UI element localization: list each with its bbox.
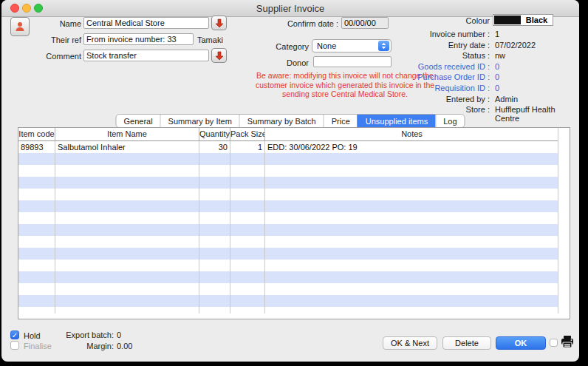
status-label: Status : [371,51,490,60]
ok-next-button[interactable]: OK & Next [383,336,437,350]
category-value: None [317,41,336,50]
table-row-empty [18,153,558,165]
name-lookup-button[interactable] [211,16,227,30]
comment-lookup-button[interactable] [211,48,227,63]
horizontal-scrollbar[interactable] [18,314,570,319]
tab-summary-by-item[interactable]: Summary by Item [160,115,239,127]
colour-picker[interactable]: Black [493,14,553,26]
donor-label: Donor [250,58,309,67]
purchase-order-id-value[interactable]: 0 [495,72,579,81]
col-item-name[interactable]: Item Name [55,128,199,140]
table-row[interactable]: 89893 Salbutamol Inhaler 30 1 EDD: 30/06… [18,141,558,153]
col-item-code[interactable]: Item code [18,128,55,140]
tab-bar: General Summary by Item Summary by Batch… [115,114,465,128]
invoice-number-value: 1 [495,30,579,38]
finalise-checkbox[interactable] [10,341,19,350]
tab-log[interactable]: Log [435,115,464,127]
col-pack-size[interactable]: Pack Size [230,128,265,140]
printer-icon[interactable] [560,334,575,349]
name-label: Name [31,19,81,28]
name-input[interactable] [83,17,209,29]
supplier-invoice-window: Supplier Invoice Name Their ref Tamaki C… [1,0,579,362]
table-row-empty [18,260,558,271]
table-row-empty [18,295,558,307]
window-title: Supplier Invoice [1,3,579,14]
red-down-arrow-icon [215,51,224,61]
col-quantity[interactable]: Quantity [199,128,230,140]
hold-checkbox[interactable]: ✓ [10,331,19,339]
hold-label: Hold [24,331,41,340]
person-icon [14,21,26,33]
summary-values: Export batch: 0 Margin: 0.00 [47,331,132,350]
table-row-empty [18,283,558,295]
tab-general[interactable]: General [116,115,160,127]
tab-summary-by-batch[interactable]: Summary by Batch [239,115,324,127]
table-row-empty [18,248,558,260]
print-checkbox[interactable] [550,339,558,347]
cell-notes: EDD: 30/06/2022 PO: 19 [265,141,558,153]
entered-by-label: Entered by : [371,95,490,104]
colour-value: Black [521,16,553,24]
colour-label: Colour [371,16,490,25]
table-row-empty [18,189,558,200]
invoice-details: Invoice number : 1 Entry date : 07/02/20… [371,30,579,123]
tab-unsupplied-items[interactable]: Unsupplied items [358,115,435,127]
cell-pack-size: 1 [230,141,265,153]
export-batch-value: 0 [117,331,132,339]
invoice-number-label: Invoice number : [371,30,490,38]
table-row-empty [18,212,558,224]
goods-received-id-label: Goods received ID : [371,62,490,71]
entry-date-label: Entry date : [371,41,490,50]
table-row-empty [18,224,558,236]
tab-price[interactable]: Price [324,115,358,127]
comment-label: Comment [31,52,81,61]
table-row-empty [18,271,558,283]
unsupplied-items-table: Item code Item Name Quantity Pack Size N… [18,127,570,319]
table-row-empty [18,236,558,248]
store-value: Hufflepuff Health Centre [495,105,579,123]
their-ref-label: Their ref [31,35,81,44]
cell-item-code: 89893 [18,141,55,153]
delete-button[interactable]: Delete [442,336,491,350]
table-row-empty [18,165,558,177]
colour-chip [494,16,521,24]
table-body: Item code Item Name Quantity Pack Size N… [18,128,558,319]
confirm-date-label: Confirm date : [264,19,338,28]
comment-input[interactable] [83,50,209,61]
requisition-id-label: Requisition ID : [371,84,490,92]
cell-quantity: 30 [199,141,230,153]
store-tag-label: Tamaki [197,35,223,44]
col-notes[interactable]: Notes [265,128,558,140]
category-label: Category [250,42,309,51]
requisition-id-value[interactable]: 0 [495,84,579,92]
cell-item-name: Salbutamol Inhaler [55,141,199,153]
table-row-empty [18,200,558,212]
goods-received-id-value[interactable]: 0 [495,62,579,71]
margin-label: Margin: [47,342,114,350]
entered-by-value: Admin [495,95,579,104]
purchase-order-id-label: Purchase Order ID : [371,72,490,81]
status-value: nw [495,51,579,60]
red-down-arrow-icon [215,18,224,28]
entry-date-value: 07/02/2022 [495,41,579,50]
ok-button[interactable]: OK [496,336,546,350]
customer-details-button[interactable] [10,17,30,36]
their-ref-input[interactable] [83,33,194,45]
margin-value: 0.00 [117,342,132,350]
export-batch-label: Export batch: [47,331,114,339]
table-row-empty [18,177,558,189]
vertical-scrollbar[interactable] [558,128,570,319]
table-header: Item code Item Name Quantity Pack Size N… [18,128,558,141]
